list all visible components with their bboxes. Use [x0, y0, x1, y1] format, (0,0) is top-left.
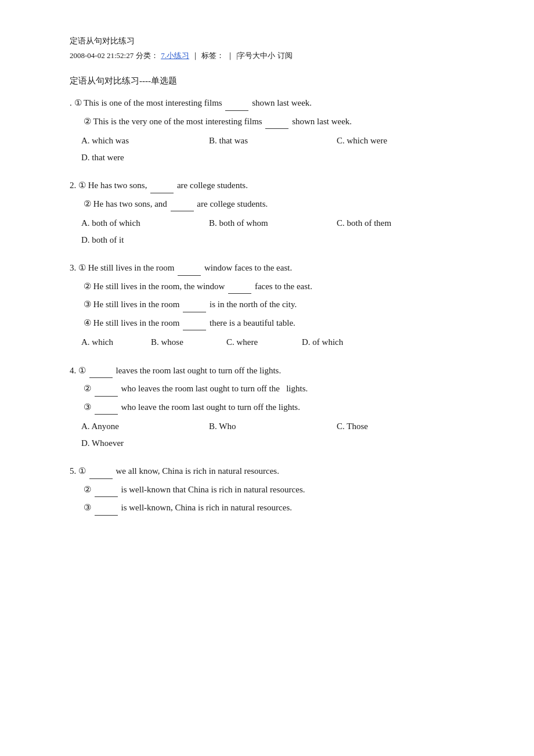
question-1: . ① This is one of the most interesting … — [70, 96, 488, 165]
q4-options: A. Anyone B. Who C. Those D. Whoever — [70, 418, 488, 451]
q4-option-a: A. Anyone — [81, 418, 209, 435]
q4-option-b: B. Who — [209, 418, 337, 435]
q4-number: 4. — [70, 366, 76, 375]
q3-item4: ④ He still lives in the room there is a … — [70, 316, 488, 331]
q4-circle3: ③ who leave the room last ought to turn … — [84, 402, 300, 412]
q3-option-a: A. which — [81, 334, 151, 351]
q2-option-b: B. both of whom — [209, 215, 337, 232]
q4-circle1: ① leaves the room last ought to turn off… — [78, 366, 281, 375]
q3-item1: 3. ① He still lives in the room window f… — [70, 261, 488, 276]
category-link[interactable]: 7.小练习 — [161, 50, 189, 62]
blank — [95, 515, 118, 516]
q2-option-a: A. both of which — [81, 215, 209, 232]
question-3: 3. ① He still lives in the room window f… — [70, 261, 488, 351]
q3-circle1: ① He still lives in the room window face… — [78, 263, 292, 272]
q1-circle1: ① This is one of the most interesting fi… — [74, 98, 312, 107]
q4-item3: ③ who leave the room last ought to turn … — [70, 400, 488, 415]
q2-circle1: ① He has two sons, are college students. — [78, 181, 248, 190]
q3-options: A. which B. whose C. where D. of which — [70, 334, 488, 351]
blank — [265, 128, 288, 129]
q2-option-c: C. both of them — [337, 215, 464, 232]
q5-circle2: ② is well-known that China is rich in na… — [84, 485, 305, 494]
q1-option-a: A. which was — [81, 132, 209, 149]
q5-item3: ③ is well-known, China is rich in natura… — [70, 501, 488, 516]
q1-option-d: D. that were — [81, 149, 209, 166]
q3-option-b: B. whose — [151, 334, 226, 351]
q1-options: A. which was B. that was C. which were D… — [70, 132, 488, 165]
blank — [183, 312, 206, 312]
q2-option-d: D. both of it — [81, 232, 209, 249]
question-2: 2. ① He has two sons, are college studen… — [70, 178, 488, 248]
meta-date: 2008-04-02 21:52:27 — [70, 50, 134, 62]
q1-option-c: C. which were — [337, 132, 464, 149]
q2-item1: 2. ① He has two sons, are college studen… — [70, 178, 488, 193]
q3-option-c: C. where — [226, 334, 302, 351]
q4-option-d: D. Whoever — [81, 435, 209, 452]
meta-title: 定语从句对比练习 2008-04-02 21:52:27 分类： 7.小练习 ｜… — [70, 35, 488, 62]
q1-number: . — [70, 98, 72, 107]
q5-circle1: ① we all know, China is rich in natural … — [78, 466, 279, 476]
q1-circle2: ② This is the very one of the most inter… — [84, 117, 352, 126]
question-5: 5. ① we all know, China is rich in natur… — [70, 464, 488, 516]
q2-number: 2. — [70, 181, 76, 190]
meta-tag-label: 标签： — [201, 50, 224, 62]
blank — [225, 110, 248, 111]
q1-option-b: B. that was — [209, 132, 337, 149]
blank — [95, 496, 118, 497]
q2-options: A. both of which B. both of whom C. both… — [70, 215, 488, 248]
q2-item2: ② He has two sons, and are college stude… — [70, 197, 488, 212]
meta-font-label: |字号大中小 订阅 — [236, 50, 293, 62]
q5-circle3: ③ is well-known, China is rich in natura… — [84, 503, 292, 512]
question-4: 4. ① leaves the room last ought to turn … — [70, 363, 488, 452]
meta-category-label: 分类： — [136, 50, 158, 62]
blank — [171, 211, 194, 211]
blank — [89, 478, 113, 479]
q5-number: 5. — [70, 466, 76, 476]
q4-option-c: C. Those — [337, 418, 464, 435]
q5-item1: 5. ① we all know, China is rich in natur… — [70, 464, 488, 479]
q1-item2: ② This is the very one of the most inter… — [70, 114, 488, 129]
q5-item2: ② is well-known that China is rich in na… — [70, 483, 488, 498]
q3-item3: ③ He still lives in the room is in the n… — [70, 297, 488, 312]
q2-circle2: ② He has two sons, and are college stude… — [84, 199, 268, 208]
blank — [89, 377, 113, 378]
q3-circle4: ④ He still lives in the room there is a … — [84, 318, 295, 327]
q3-option-d: D. of which — [302, 334, 377, 351]
q1-item1: . ① This is one of the most interesting … — [70, 96, 488, 111]
meta-sep2: ｜ — [226, 50, 234, 62]
q4-item1: 4. ① leaves the room last ought to turn … — [70, 363, 488, 379]
blank — [95, 414, 118, 415]
blank — [178, 275, 201, 276]
q4-circle2: ② who leaves the room last ought to turn… — [84, 384, 308, 393]
q4-item2: ② who leaves the room last ought to turn… — [70, 381, 488, 397]
blank — [228, 293, 251, 294]
q3-circle2: ② He still lives in the room, the window… — [84, 282, 312, 291]
blank — [183, 330, 206, 330]
q3-circle3: ③ He still lives in the room is in the n… — [84, 300, 297, 309]
page-title: 定语从句对比练习----单选题 — [70, 74, 488, 88]
blank — [150, 193, 174, 193]
q3-number: 3. — [70, 263, 76, 272]
blank — [95, 396, 118, 397]
q3-item2: ② He still lives in the room, the window… — [70, 279, 488, 294]
meta-sep1: ｜ — [192, 50, 199, 62]
